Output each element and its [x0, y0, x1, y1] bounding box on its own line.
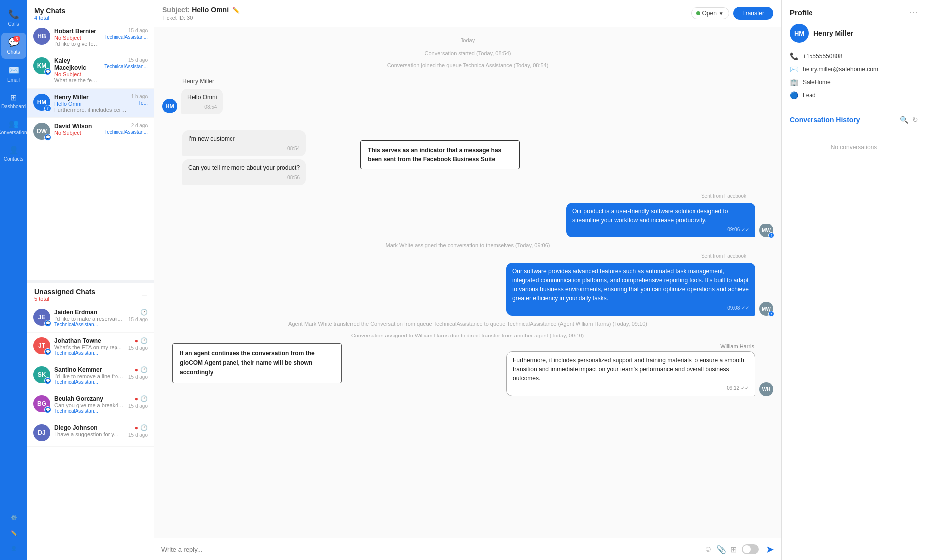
chat-dots-menu[interactable]: ··· [143, 122, 149, 130]
red-dot-icon: ● [135, 337, 138, 344]
attachment-icon[interactable]: 📎 [716, 545, 726, 554]
chat-dots-menu[interactable]: ··· [143, 27, 149, 35]
avatar-beulah: BG 💬 [33, 395, 50, 412]
agent-avatar-2: MW f [759, 302, 773, 316]
chat-queue: TechnicalAssistan... [54, 379, 124, 385]
chat-subject: No Subject [54, 130, 100, 136]
messages-area: Today Conversation started (Today, 08:54… [154, 27, 781, 538]
clock-icon: 🕐 [140, 366, 148, 373]
nav-item-user-status[interactable]: 👤 [1, 542, 26, 555]
unassigned-count: 5 total [34, 296, 95, 302]
chat-dots-menu[interactable]: ··· [143, 56, 149, 64]
nav-item-edit[interactable]: ✏️ [1, 526, 26, 540]
refresh-icon[interactable]: ↻ [912, 116, 918, 124]
chat-subject: No Subject [54, 35, 100, 41]
status-dropdown[interactable]: Open ▼ [691, 7, 729, 19]
profile-name: Henry Miller [813, 29, 853, 37]
send-button[interactable]: ➤ [766, 543, 774, 555]
read-checks: ✓✓ [741, 227, 749, 232]
search-icon[interactable]: 🔍 [900, 116, 908, 124]
ticket-id-row: Ticket ID: 30 [162, 15, 240, 21]
right-panel: Profile ⋯ HM Henry Miller 📞 +15555550808… [782, 0, 926, 560]
red-dot-icon: ● [135, 424, 138, 431]
chat-item-david[interactable]: DW 💬 David Wilson No Subject 2 d ago Tec… [27, 118, 154, 145]
chat-item-jaiden[interactable]: JE 💬 Jaiden Erdman I'd like to make a re… [27, 304, 154, 333]
nav-label-email: Email [7, 77, 20, 83]
nav-label-chats: Chats [7, 49, 20, 55]
william-message-text: Furthermore, it includes personalized su… [513, 357, 744, 382]
calls-icon: 📞 [8, 9, 19, 20]
annotation-1: This serves as an indicator that a messa… [316, 140, 520, 169]
chat-content-santino: Santino Kemmer I'd like to remove a line… [54, 366, 124, 385]
chat-item-johathan[interactable]: JT 💬 Johathan Towne What's the ETA on my… [27, 333, 154, 361]
left-navigation: 📞 Calls 💬 3 Chats ✉️ Email ⊞ Dashboard 👥… [0, 0, 27, 560]
dashboard-icon: ⊞ [10, 93, 17, 102]
chat-item-beulah[interactable]: BG 💬 Beulah Gorczany Can you give me a b… [27, 390, 154, 419]
reply-input[interactable] [161, 546, 699, 553]
chat-item-hobart[interactable]: HB Hobart Bernier No Subject I'd like to… [27, 23, 154, 52]
william-sender-label: William Harris [720, 343, 754, 349]
status-dot [696, 11, 700, 15]
chat-preview: What are the fees? [54, 77, 100, 83]
profile-section: Profile ⋯ HM Henry Miller 📞 +15555550808… [782, 0, 926, 109]
emoji-icon[interactable]: ☺ [704, 545, 712, 554]
chats-badge: 3 [13, 36, 20, 42]
avatar-hobart: HB [33, 28, 50, 45]
annotation-box-2: If an agent continues the conversation f… [172, 343, 342, 383]
chat-content-hobart: Hobart Bernier No Subject I'd like to gi… [54, 28, 100, 47]
sender-avatar: HM [162, 99, 177, 113]
nav-item-conversations[interactable]: 👥 Conversations [1, 115, 26, 139]
avatar-badge-david: 💬 [44, 134, 51, 141]
transfer-button[interactable]: Transfer [733, 7, 773, 20]
red-dot-icon: ● [135, 366, 138, 373]
chat-item-henry[interactable]: HM f Henry Miller Hello Omni Furthermore… [27, 89, 154, 118]
template-icon[interactable]: ⊞ [730, 545, 737, 554]
message-row-right: MW f Our product is a user-friendly soft… [162, 203, 773, 237]
message-time: 09:06 ✓✓ [572, 226, 749, 233]
message-time: 09:08 ✓✓ [512, 304, 749, 312]
chat-name: Kaley Macejkovic [54, 57, 100, 71]
fb-badge-2: f [768, 311, 774, 317]
user-status-icon: 👤 [11, 546, 17, 551]
profile-menu-dots[interactable]: ⋯ [909, 7, 918, 18]
collapse-button[interactable]: – [142, 290, 147, 299]
nav-item-email[interactable]: ✉️ Email [1, 61, 26, 87]
agent-avatar: MW f [759, 224, 773, 237]
avatar-henry: HM f [33, 94, 50, 111]
nav-item-settings[interactable]: ⚙️ [1, 511, 26, 524]
chat-item-diego[interactable]: DJ Diego Johnson I have a suggestion for… [27, 419, 154, 447]
chat-content-diego: Diego Johnson I have a suggestion for y.… [54, 424, 124, 437]
chat-queue: Te... [138, 100, 148, 106]
william-msg-col: William Harris WH Furthermore, it includ… [378, 343, 773, 396]
fb-badge: f [768, 232, 774, 238]
chat-item-kaley[interactable]: KM 💬 Kaley Macejkovic No Subject What ar… [27, 52, 154, 89]
chat-content-david: David Wilson No Subject [54, 123, 100, 136]
chat-content-kaley: Kaley Macejkovic No Subject What are the… [54, 57, 100, 83]
chat-time: 15 d ago [128, 317, 148, 322]
profile-company-row: 🏢 SafeHome [790, 76, 918, 89]
chat-dots-menu[interactable]: ··· [143, 93, 149, 101]
chat-queue: TechnicalAssistan... [54, 350, 124, 356]
annotation-line [316, 155, 355, 155]
william-message-time: 09:12 ✓✓ [513, 384, 749, 392]
fb-badge-henry: f [44, 105, 51, 112]
nav-item-chats[interactable]: 💬 3 Chats [1, 33, 26, 59]
system-msg-started: Conversation started (Today, 08:54) [162, 49, 773, 57]
conversation-history-section: Conversation History 🔍 ↻ No conversation… [782, 109, 926, 560]
william-message-bubble: Furthermore, it includes personalized su… [506, 351, 755, 396]
nav-item-dashboard[interactable]: ⊞ Dashboard [1, 89, 26, 113]
chat-item-santino[interactable]: SK 💬 Santino Kemmer I'd like to remove a… [27, 361, 154, 390]
avatar-david: DW 💬 [33, 123, 50, 140]
nav-item-contacts[interactable]: 👤 Contacts [1, 141, 26, 166]
message-time: 08:54 [187, 103, 217, 111]
edit-subject-icon[interactable]: ✏️ [232, 7, 240, 14]
nav-item-calls[interactable]: 📞 Calls [1, 5, 26, 31]
profile-phone: +15555550808 [803, 53, 842, 60]
nav-label-conversations: Conversations [0, 130, 29, 135]
email-icon: ✉️ [790, 65, 798, 73]
chat-header-right: Open ▼ Transfer [691, 7, 774, 20]
chat-queue: TechnicalAssistan... [104, 34, 148, 40]
send-toggle[interactable] [742, 544, 759, 554]
avatar-badge-jaiden: 💬 [44, 320, 51, 327]
lead-icon: 🔵 [790, 91, 798, 99]
